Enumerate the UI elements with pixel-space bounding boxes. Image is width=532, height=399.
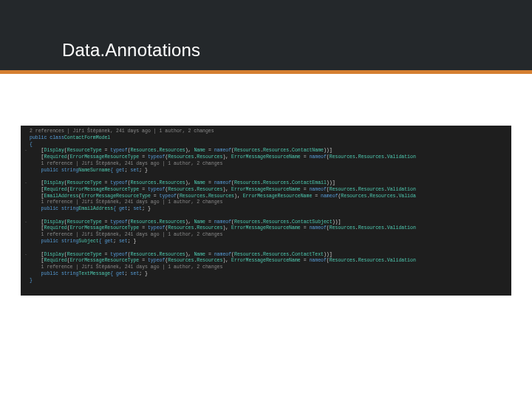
- accent-bar: [0, 70, 532, 74]
- slide-title: Data.Annotations: [62, 40, 200, 61]
- code-block: 2 references | Jiří Štěpánek, 241 days a…: [21, 126, 511, 296]
- slide: Data.Annotations 2 references | Jiří Ště…: [0, 0, 532, 399]
